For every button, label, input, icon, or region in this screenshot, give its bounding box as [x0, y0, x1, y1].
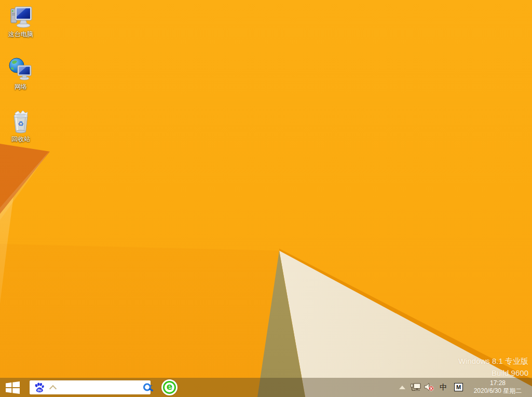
svg-text:♻: ♻ — [18, 120, 24, 128]
desktop-icon-network[interactable]: 网络 — [4, 57, 37, 90]
show-hidden-icons-button[interactable] — [399, 386, 405, 389]
search-input[interactable] — [56, 382, 142, 393]
network-icon — [8, 57, 33, 81]
start-button[interactable] — [0, 378, 25, 397]
taskbar: du e 中 — [0, 378, 532, 397]
taskbar-clock[interactable]: 17:28 2020/6/30 星期二 — [467, 379, 529, 395]
desktop-icon-label: 网络 — [15, 83, 27, 90]
browser-letter: e — [167, 382, 173, 391]
desktop-icon-label: 这台电脑 — [8, 31, 33, 38]
baidu-du-text: du — [37, 388, 42, 391]
clock-date: 2020/6/30 星期二 — [467, 387, 529, 395]
build-watermark: Windows 8.1 专业版 Build 9600 — [458, 355, 528, 379]
desktop-icon-grid: 这台电脑 — [4, 4, 37, 143]
baidu-paw-icon[interactable]: du — [34, 382, 45, 393]
desktop-icon-label: 回收站 — [11, 135, 30, 143]
watermark-build: Build 9600 — [458, 367, 528, 379]
ime-language-indicator[interactable]: 中 — [440, 383, 447, 392]
windows-start-icon — [6, 381, 20, 394]
windows-desktop: 这台电脑 — [0, 0, 532, 397]
ime-mode-badge[interactable]: M — [454, 383, 463, 391]
baidu-search-icon[interactable] — [142, 382, 154, 393]
wired-network-icon[interactable] — [411, 382, 421, 392]
clock-time: 17:28 — [467, 379, 529, 387]
watermark-edition: Windows 8.1 专业版 — [458, 355, 528, 367]
volume-muted-icon[interactable] — [424, 382, 434, 392]
this-pc-icon — [8, 4, 33, 29]
green-e-browser-icon: e — [163, 381, 176, 394]
recycle-bin-icon: ♻ — [8, 109, 33, 134]
taskbar-search-box[interactable]: du — [30, 380, 151, 394]
desktop-icon-recycle-bin[interactable]: ♻ 回收站 — [4, 109, 37, 143]
desktop-icon-this-pc[interactable]: 这台电脑 — [4, 4, 37, 38]
browser-button[interactable]: e — [161, 379, 178, 395]
